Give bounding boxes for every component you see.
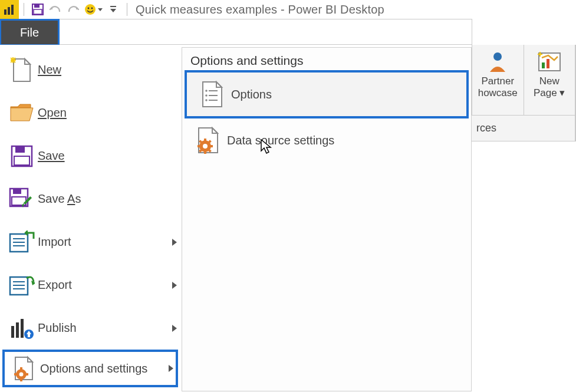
ribbon-btn-label-line1: New — [539, 75, 559, 87]
svg-rect-4 — [34, 4, 40, 8]
svg-rect-66 — [210, 145, 213, 147]
svg-point-57 — [205, 99, 208, 101]
svg-rect-48 — [14, 373, 17, 375]
new-page-chart-icon — [538, 52, 561, 72]
svg-marker-7 — [76, 6, 79, 9]
qat-smiley-button[interactable] — [83, 2, 103, 17]
file-menu-label: New — [38, 63, 182, 77]
svg-point-10 — [91, 8, 93, 9]
svg-marker-6 — [50, 6, 52, 9]
data-source-settings-icon — [196, 126, 220, 154]
file-menu-label: Publish — [38, 321, 167, 335]
file-menu-save-as[interactable]: Save As — [0, 177, 182, 220]
file-menu-open[interactable]: Open — [0, 91, 182, 134]
ribbon-btn-label-line2: Page ▾ — [534, 87, 565, 99]
powerbi-logo-icon — [4, 4, 15, 15]
svg-rect-19 — [13, 189, 21, 194]
export-icon — [9, 274, 35, 297]
svg-point-71 — [493, 52, 502, 61]
ribbon-tabs-row: File — [0, 19, 472, 45]
svg-point-62 — [203, 144, 208, 149]
ribbon-btn-label-line2: howcase — [478, 87, 518, 99]
qat-undo-button[interactable] — [48, 2, 63, 17]
svg-marker-60 — [212, 128, 218, 133]
file-menu-label: Open — [38, 106, 182, 120]
ribbon-new-page-button[interactable]: New Page ▾ — [524, 45, 575, 115]
qat-customize-button[interactable] — [106, 2, 121, 17]
qat-redo-button[interactable] — [65, 2, 81, 17]
svg-marker-34 — [172, 282, 177, 289]
svg-marker-12 — [110, 9, 116, 12]
options-gear-doc-icon — [12, 355, 36, 381]
chevron-right-icon — [167, 239, 182, 246]
svg-rect-17 — [14, 156, 29, 165]
chevron-right-icon — [164, 365, 178, 372]
file-menu-options-and-settings[interactable]: Options and settings — [2, 350, 178, 387]
svg-marker-50 — [169, 365, 173, 372]
customize-qat-icon — [110, 5, 117, 14]
svg-rect-0 — [4, 9, 6, 15]
chevron-right-icon — [167, 325, 182, 332]
file-tab[interactable]: File — [0, 19, 59, 45]
svg-rect-1 — [8, 7, 10, 15]
file-menu-import[interactable]: Import — [0, 220, 182, 263]
svg-rect-5 — [34, 9, 42, 14]
svg-marker-43 — [28, 357, 32, 362]
import-icon — [9, 230, 35, 254]
save-icon — [11, 145, 33, 167]
file-menu-export[interactable]: Export — [0, 263, 182, 307]
svg-rect-35 — [11, 326, 14, 338]
sub-panel-title: Options and settings — [182, 48, 471, 71]
sub-item-options[interactable]: Options — [186, 71, 468, 117]
svg-marker-14 — [25, 59, 30, 64]
ribbon-partner-showcase-button[interactable]: Partner howcase — [472, 45, 524, 115]
svg-rect-65 — [198, 145, 200, 147]
save-icon — [32, 4, 44, 15]
svg-point-9 — [87, 8, 89, 9]
qat-save-button[interactable] — [30, 2, 45, 17]
publish-icon — [9, 317, 35, 340]
new-doc-icon — [11, 57, 33, 83]
svg-point-8 — [85, 4, 96, 15]
ribbon-right-group: Partner howcase New Page ▾ — [472, 45, 576, 116]
file-menu-new[interactable]: New — [0, 48, 182, 91]
redo-icon — [67, 4, 80, 15]
svg-rect-2 — [11, 5, 14, 15]
file-menu-publish[interactable]: Publish — [0, 307, 182, 350]
smiley-icon — [84, 4, 96, 15]
svg-marker-52 — [216, 82, 222, 87]
file-menu-label: Save — [38, 149, 182, 163]
options-list-doc-icon — [200, 80, 225, 108]
file-menu-save[interactable]: Save — [0, 134, 182, 177]
file-menu-label: Import — [38, 235, 167, 249]
separator — [24, 3, 24, 16]
svg-rect-74 — [547, 59, 549, 68]
svg-rect-40 — [28, 334, 30, 337]
svg-point-45 — [19, 373, 24, 377]
options-and-settings-panel: Options and settings Options — [182, 47, 472, 391]
file-menu-label: Save As — [38, 192, 182, 206]
window-title: Quick measures examples - Power BI Deskt… — [136, 3, 384, 17]
partner-person-icon — [488, 51, 508, 73]
svg-rect-46 — [20, 367, 22, 370]
title-bar: Quick measures examples - Power BI Deskt… — [0, 0, 576, 19]
ribbon-btn-label-line1: Partner — [481, 75, 514, 87]
open-folder-icon — [9, 103, 34, 123]
separator — [127, 3, 127, 16]
file-tab-label: File — [20, 26, 39, 39]
svg-rect-49 — [26, 373, 28, 375]
svg-rect-36 — [16, 322, 19, 338]
sub-item-label: Options — [231, 88, 272, 101]
chevron-down-icon — [98, 8, 103, 11]
svg-marker-28 — [172, 239, 177, 246]
file-menu-label: Export — [38, 278, 167, 292]
ribbon-group-label-partial: rces — [472, 116, 576, 141]
sub-item-data-source-settings[interactable]: Data source settings — [182, 117, 471, 163]
file-menu: New Open Save — [0, 45, 182, 392]
svg-rect-64 — [204, 151, 206, 154]
svg-rect-63 — [204, 139, 206, 141]
chevron-right-icon — [167, 282, 182, 289]
svg-rect-37 — [21, 319, 24, 338]
svg-rect-16 — [15, 146, 25, 153]
save-as-icon — [9, 187, 35, 211]
